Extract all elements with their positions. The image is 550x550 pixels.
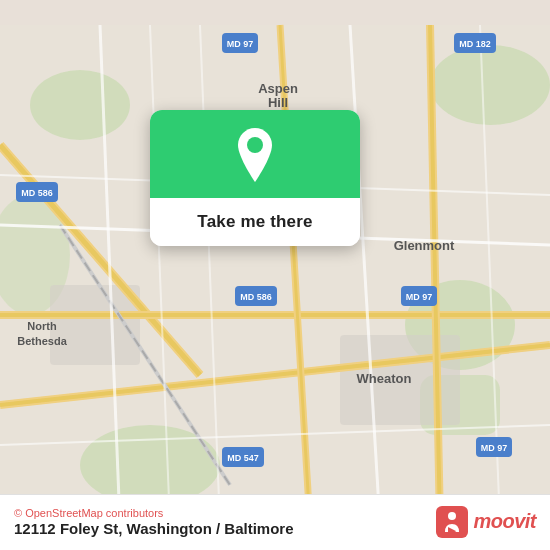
- svg-text:MD 182: MD 182: [459, 39, 491, 49]
- moovit-label: moovit: [473, 510, 536, 533]
- bottom-bar: © OpenStreetMap contributors 12112 Foley…: [0, 494, 550, 550]
- svg-text:Bethesda: Bethesda: [17, 335, 67, 347]
- svg-point-2: [30, 70, 130, 140]
- popup-card: Take me there: [150, 110, 360, 246]
- svg-text:MD 97: MD 97: [227, 39, 254, 49]
- take-me-there-button[interactable]: Take me there: [150, 198, 360, 246]
- osm-credit: © OpenStreetMap contributors: [14, 507, 294, 519]
- svg-text:MD 586: MD 586: [240, 292, 272, 302]
- svg-point-52: [448, 512, 456, 520]
- popup-green-header: [150, 110, 360, 198]
- map-background: MD 97 MD 182 MD 586 MD 586 MD 97 MD 97 M…: [0, 0, 550, 550]
- svg-text:▶: ▶: [448, 525, 457, 536]
- svg-point-50: [247, 137, 263, 153]
- svg-text:MD 586: MD 586: [21, 188, 53, 198]
- location-pin-icon: [233, 128, 277, 182]
- svg-text:Wheaton: Wheaton: [357, 371, 412, 386]
- svg-text:MD 547: MD 547: [227, 453, 259, 463]
- moovit-icon: ▶: [436, 506, 468, 538]
- svg-text:North: North: [27, 320, 57, 332]
- svg-point-1: [430, 45, 550, 125]
- svg-text:Aspen: Aspen: [258, 81, 298, 96]
- map-container: MD 97 MD 182 MD 586 MD 586 MD 97 MD 97 M…: [0, 0, 550, 550]
- bottom-left-info: © OpenStreetMap contributors 12112 Foley…: [14, 507, 294, 537]
- svg-text:Hill: Hill: [268, 95, 288, 110]
- svg-text:MD 97: MD 97: [481, 443, 508, 453]
- moovit-logo: ▶ moovit: [436, 506, 536, 538]
- svg-text:MD 97: MD 97: [406, 292, 433, 302]
- svg-text:Glenmont: Glenmont: [394, 238, 455, 253]
- address-text: 12112 Foley St, Washington / Baltimore: [14, 520, 294, 537]
